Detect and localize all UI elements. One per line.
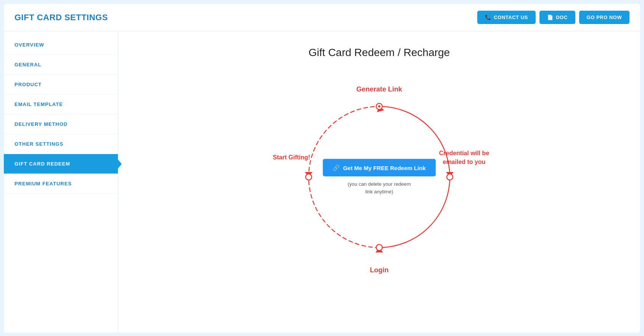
- header-buttons: 📞 CONTACT US 📄 DOC GO PRO NOW: [477, 11, 630, 24]
- app-title: GIFT CARD SETTINGS: [14, 13, 108, 23]
- sidebar-item-gift-card-redeem[interactable]: GIFT CARD REDEEM: [4, 154, 118, 174]
- contact-us-button[interactable]: 📞 CONTACT US: [477, 11, 536, 24]
- sidebar-item-delivery-method[interactable]: DELIVERY METHOD: [4, 114, 118, 134]
- label-login: Login: [370, 266, 389, 274]
- phone-icon: 📞: [485, 14, 491, 20]
- center-button-area: 🔗 Get Me My FREE Redeem Link (you can de…: [323, 159, 436, 195]
- doc-icon: 📄: [547, 14, 554, 20]
- svg-point-5: [378, 105, 380, 108]
- link-icon: 🔗: [333, 164, 340, 171]
- label-start: Start Gifting!: [269, 153, 314, 162]
- svg-point-8: [306, 174, 312, 180]
- svg-point-6: [447, 174, 453, 180]
- go-pro-button[interactable]: GO PRO NOW: [579, 11, 630, 24]
- label-generate: Generate Link: [356, 85, 402, 93]
- sidebar-item-email-template[interactable]: EMAIL TEMPLATE: [4, 95, 118, 114]
- flow-diagram: Generate Link Credential will be emailed…: [272, 78, 486, 276]
- sidebar-item-general[interactable]: GENERAL: [4, 55, 118, 75]
- doc-button[interactable]: 📄 DOC: [539, 11, 575, 24]
- sidebar-item-overview[interactable]: OVERVIEW: [4, 35, 118, 55]
- sidebar-item-other-settings[interactable]: OTHER SETTINGS: [4, 134, 118, 154]
- header: GIFT CARD SETTINGS 📞 CONTACT US 📄 DOC GO…: [4, 4, 640, 31]
- label-credential: Credential will be emailed to you: [435, 149, 494, 166]
- sidebar-item-premium-features[interactable]: PREMIUM FEATURES: [4, 174, 118, 194]
- main-layout: OVERVIEW GENERAL PRODUCT EMAIL TEMPLATE …: [4, 31, 640, 333]
- redeem-note: (you can delete your redeem link anytime…: [348, 180, 411, 195]
- page-title: Gift Card Redeem / Recharge: [309, 47, 450, 59]
- sidebar: OVERVIEW GENERAL PRODUCT EMAIL TEMPLATE …: [4, 31, 118, 333]
- sidebar-item-product[interactable]: PRODUCT: [4, 75, 118, 95]
- main-content: Gift Card Redeem / Recharge: [118, 31, 640, 333]
- get-redeem-link-button[interactable]: 🔗 Get Me My FREE Redeem Link: [323, 159, 436, 177]
- svg-point-7: [376, 244, 382, 251]
